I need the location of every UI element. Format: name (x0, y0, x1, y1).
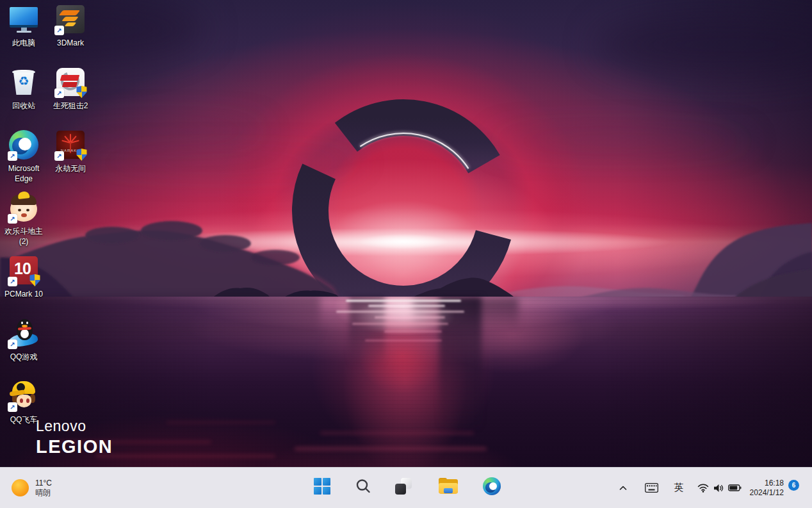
lenovo-wordmark: Lenovo (36, 418, 113, 435)
water-sparkle (368, 305, 445, 307)
water-sparkle (365, 340, 442, 341)
search-button[interactable] (350, 473, 376, 499)
water-sparkle (352, 323, 448, 325)
windows-logo-icon (314, 478, 330, 495)
desktop-icon-this-pc[interactable]: 此电脑 (0, 4, 47, 48)
edge-taskbar-button[interactable] (479, 473, 505, 499)
shortcut-arrow-icon (8, 151, 17, 161)
3dmark-icon (55, 4, 86, 35)
shengsi-juji-2-icon (55, 67, 86, 97)
uac-shield-icon (76, 86, 87, 98)
sun-icon (12, 479, 29, 496)
desktop-icon-recycle-bin[interactable]: ♻ 回收站 (0, 67, 47, 111)
water-sparkle (336, 311, 464, 313)
uac-shield-icon (29, 274, 40, 286)
keyboard-icon (645, 483, 658, 493)
ime-indicator[interactable]: 英 (669, 477, 688, 499)
start-button[interactable] (309, 473, 335, 499)
clock-date: 2024/1/12 (750, 488, 784, 498)
shortcut-arrow-icon (8, 214, 17, 224)
speaker-icon (713, 484, 724, 493)
clock-time: 16:18 (750, 479, 784, 488)
happy-doudizhu-icon (8, 192, 39, 223)
shortcut-arrow-icon (8, 277, 17, 286)
wallpaper-landscape (0, 0, 812, 301)
desktop-icon-qq-games[interactable]: QQ游戏 (0, 318, 47, 362)
water-ripple-red (96, 455, 275, 457)
edge-icon (483, 477, 501, 495)
chevron-up-icon (619, 486, 627, 491)
desktop-icon-happy-doudizhu[interactable]: 欢乐斗地主(2) (0, 192, 47, 247)
clock[interactable]: 16:18 2024/1/12 (750, 479, 784, 498)
recycle-symbol-icon: ♻ (8, 74, 39, 88)
shortcut-arrow-icon (8, 402, 17, 412)
pcmark-10-icon: 10 (8, 255, 39, 286)
qq-games-icon (8, 318, 39, 348)
shortcut-arrow-icon (8, 340, 17, 349)
icon-label-line: Microsoft (8, 164, 40, 173)
water-sparkle (384, 331, 442, 332)
cloudbank-reflection (0, 297, 320, 341)
qq-speed-icon (8, 381, 39, 411)
uac-shield-icon (76, 149, 87, 161)
touch-keyboard-button[interactable] (642, 477, 661, 499)
desktop-icon-microsoft-edge[interactable]: MicrosoftEdge (0, 129, 47, 184)
desktop-icon-qq-speed[interactable]: QQ飞车 (0, 381, 47, 425)
desktop-icon-pcmark-10[interactable]: 10 PCMark 10 (0, 255, 47, 299)
battery-button[interactable] (725, 477, 744, 499)
task-view-button[interactable] (391, 473, 416, 499)
file-explorer-button[interactable] (435, 473, 461, 499)
notification-badge[interactable]: 6 (788, 480, 799, 491)
desktop-icon-3dmark[interactable]: 3DMark (47, 4, 94, 48)
legion-wordmark: LEGION (36, 436, 113, 457)
this-pc-icon (8, 4, 39, 35)
search-icon (355, 478, 371, 495)
water-ripple-red (320, 432, 474, 434)
water-sparkle (346, 300, 461, 302)
water-ripple-red (166, 422, 275, 423)
shortcut-arrow-icon (54, 151, 64, 161)
file-explorer-icon (439, 478, 458, 494)
desktop-icon-naraka[interactable]: NARAKA 永劫无间 (47, 129, 94, 174)
edge-icon (8, 129, 39, 160)
task-view-icon (395, 478, 412, 495)
naraka-icon: NARAKA (55, 129, 86, 160)
recycle-bin-icon: ♻ (8, 67, 39, 97)
water-ripple-red (295, 447, 487, 450)
weather-widget[interactable]: 11°C 晴朗 (6, 468, 57, 508)
desktop-icon-shengsi-juji-2[interactable]: 生死狙击2 (47, 67, 94, 111)
water-sparkle (375, 316, 445, 318)
icon-label-line: Edge (15, 174, 33, 183)
tray-chevron-up[interactable] (613, 477, 633, 499)
shortcut-arrow-icon (54, 88, 64, 98)
battery-icon (728, 484, 742, 491)
shortcut-arrow-icon (54, 26, 64, 35)
wifi-icon (697, 484, 709, 493)
lenovo-legion-logo: Lenovo LEGION (36, 418, 113, 457)
taskbar: 11°C 晴朗 英 (0, 467, 812, 508)
